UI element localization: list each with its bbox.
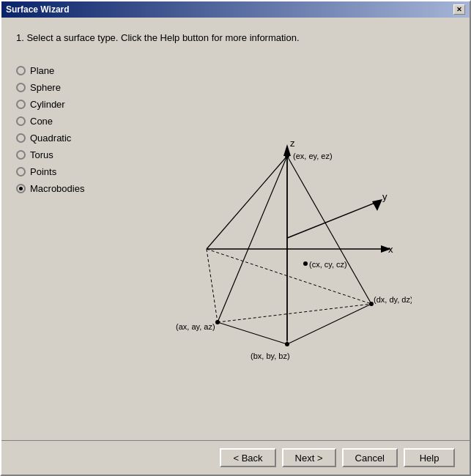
radio-points[interactable] [16, 167, 26, 176]
z-axis-label: z [290, 138, 295, 149]
svg-line-11 [218, 322, 287, 344]
x-axis-label: x [388, 244, 393, 255]
radio-macrobodies[interactable] [16, 184, 26, 193]
svg-line-2 [287, 201, 379, 238]
title-bar-buttons: ✕ [453, 4, 465, 15]
radio-item-cylinder[interactable]: Cylinder [16, 99, 111, 110]
radio-plane[interactable] [16, 66, 26, 75]
svg-line-13 [218, 304, 371, 322]
radio-label-cylinder: Cylinder [30, 99, 65, 110]
main-window: Surface Wizard ✕ 1. Select a surface typ… [0, 0, 471, 476]
ex-ey-ez-label: (ex, ey, ez) [293, 152, 333, 160]
radio-label-plane: Plane [30, 65, 54, 76]
svg-line-9 [287, 156, 371, 304]
radio-label-quadratic: Quadratic [30, 133, 71, 144]
content-area: 1. Select a surface type. Click the Help… [1, 18, 470, 440]
surface-diagram: z y x (ex, ey, ez) [163, 106, 412, 384]
svg-line-8 [218, 156, 287, 322]
radio-torus[interactable] [16, 150, 26, 160]
cx-cy-cz-label: (cx, cy, cz) [309, 260, 347, 269]
close-button[interactable]: ✕ [453, 4, 465, 15]
radio-item-plane[interactable]: Plane [16, 65, 111, 76]
radio-label-sphere: Sphere [30, 82, 61, 93]
back-button[interactable]: < Back [220, 448, 275, 467]
svg-line-14 [207, 249, 218, 322]
radio-label-torus: Torus [30, 149, 53, 160]
radio-group: PlaneSphereCylinderConeQuadraticTorusPoi… [16, 58, 111, 433]
y-axis-label: y [382, 191, 387, 202]
radio-cylinder[interactable] [16, 100, 26, 109]
radio-item-cone[interactable]: Cone [16, 116, 111, 127]
svg-line-10 [207, 156, 287, 249]
svg-line-15 [207, 249, 371, 304]
radio-item-points[interactable]: Points [16, 166, 111, 177]
svg-marker-3 [372, 199, 382, 211]
svg-point-19 [285, 342, 289, 346]
cancel-button[interactable]: Cancel [342, 448, 398, 467]
radio-item-sphere[interactable]: Sphere [16, 82, 111, 93]
main-panel: PlaneSphereCylinderConeQuadraticTorusPoi… [16, 58, 455, 433]
radio-sphere[interactable] [16, 83, 26, 92]
radio-label-points: Points [30, 166, 56, 177]
radio-item-macrobodies[interactable]: Macrobodies [16, 183, 111, 194]
svg-line-12 [287, 304, 371, 344]
ax-ay-az-label: (ax, ay, az) [176, 322, 215, 331]
diagram-area: z y x (ex, ey, ez) [119, 58, 455, 433]
radio-cone[interactable] [16, 116, 26, 126]
radio-quadratic[interactable] [16, 133, 26, 143]
bx-by-bz-label: (bx, by, bz) [251, 352, 290, 360]
svg-point-16 [303, 261, 308, 266]
instruction-text: 1. Select a surface type. Click the Help… [16, 32, 455, 43]
help-button[interactable]: Help [404, 448, 455, 467]
window-title: Surface Wizard [6, 4, 70, 15]
next-button[interactable]: Next > [282, 448, 336, 467]
radio-item-quadratic[interactable]: Quadratic [16, 133, 111, 144]
radio-item-torus[interactable]: Torus [16, 149, 111, 160]
footer: < Back Next > Cancel Help [1, 440, 470, 475]
radio-label-cone: Cone [30, 116, 53, 127]
dx-dy-dz-label: (dx, dy, dz) [374, 295, 412, 304]
radio-label-macrobodies: Macrobodies [30, 183, 84, 194]
svg-point-18 [215, 320, 220, 324]
title-bar: Surface Wizard ✕ [1, 1, 470, 18]
